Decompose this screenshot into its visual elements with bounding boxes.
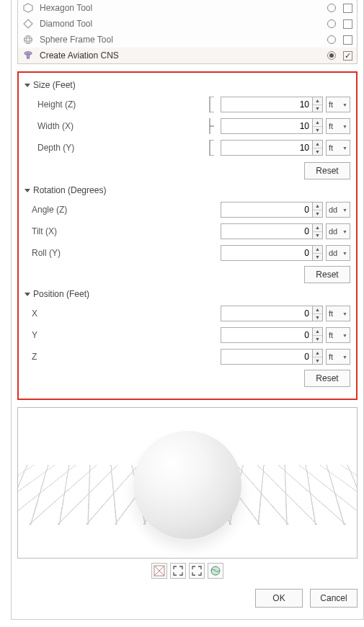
spin-down-icon[interactable]: ▼ xyxy=(313,127,322,134)
tool-row-diamond[interactable]: Diamond Tool xyxy=(18,16,357,32)
field-row-width: Width (X) ▲▼ ft▼ xyxy=(30,116,350,136)
unit-select[interactable]: ft▼ xyxy=(326,118,350,134)
roll-input[interactable] xyxy=(221,245,313,261)
tool-list: Hexagon Tool Diamond Tool Sphere Frame T… xyxy=(17,0,358,64)
hexagon-icon xyxy=(22,2,34,14)
tool-row-hexagon[interactable]: Hexagon Tool xyxy=(18,0,357,16)
tool-row-sphere-frame[interactable]: Sphere Frame Tool xyxy=(18,32,357,48)
field-label: Y xyxy=(25,330,104,340)
spin-up-icon[interactable]: ▲ xyxy=(313,141,322,148)
chevron-down-icon: ▼ xyxy=(342,208,347,213)
spin-up-icon[interactable]: ▲ xyxy=(313,119,322,127)
spin-up-icon[interactable]: ▲ xyxy=(313,224,322,232)
spinner[interactable]: ▲▼ xyxy=(313,97,323,112)
properties-panel: Hexagon Tool Diamond Tool Sphere Frame T… xyxy=(11,0,364,620)
z-input[interactable] xyxy=(221,349,313,365)
dialog-buttons: OK Cancel xyxy=(17,589,358,608)
texture-toggle-button[interactable] xyxy=(151,563,167,579)
sphere-frame-icon xyxy=(22,34,34,45)
preview-toolbar xyxy=(17,563,358,579)
chevron-down-icon: ▼ xyxy=(342,102,347,107)
tool-radio[interactable] xyxy=(327,4,336,12)
ok-button[interactable]: OK xyxy=(255,589,303,608)
spin-down-icon[interactable]: ▼ xyxy=(313,105,322,112)
field-label: Width (X) xyxy=(30,121,110,131)
spinner[interactable]: ▲▼ xyxy=(313,118,323,134)
field-label: Tilt (X) xyxy=(25,226,104,236)
chevron-down-icon xyxy=(25,293,30,296)
zoom-extent-button[interactable] xyxy=(189,563,205,579)
width-input[interactable] xyxy=(221,118,313,134)
spinner[interactable]: ▲▼ xyxy=(313,223,323,239)
chevron-down-icon: ▼ xyxy=(342,251,347,256)
reset-position-button[interactable]: Reset xyxy=(304,370,350,387)
section-header-size[interactable]: Size (Feet) xyxy=(25,80,350,90)
tool-radio[interactable] xyxy=(327,51,336,60)
tool-checkbox[interactable] xyxy=(343,19,352,29)
field-row-roll: Roll (Y) ▲▼ dd▼ xyxy=(25,243,350,263)
unit-select[interactable]: dd▼ xyxy=(326,223,350,239)
reset-rotation-button[interactable]: Reset xyxy=(304,266,350,283)
spin-down-icon[interactable]: ▼ xyxy=(313,314,322,321)
spin-up-icon[interactable]: ▲ xyxy=(313,97,322,105)
unit-select[interactable]: dd▼ xyxy=(326,202,350,218)
section-title: Size (Feet) xyxy=(33,80,76,90)
field-label: Angle (Z) xyxy=(25,205,104,215)
tool-radio[interactable] xyxy=(327,19,336,28)
globe-button[interactable] xyxy=(208,563,223,579)
section-header-position[interactable]: Position (Feet) xyxy=(25,289,350,299)
y-input[interactable] xyxy=(221,327,313,343)
field-label: X xyxy=(25,308,104,319)
unit-select[interactable]: ft▼ xyxy=(326,349,350,365)
spin-down-icon[interactable]: ▼ xyxy=(313,148,322,156)
chevron-down-icon: ▼ xyxy=(342,333,347,338)
spin-down-icon[interactable]: ▼ xyxy=(313,210,322,218)
unit-select[interactable]: ft▼ xyxy=(326,327,350,343)
tool-label: Create Aviation CNS xyxy=(40,50,327,61)
spin-up-icon[interactable]: ▲ xyxy=(313,306,322,314)
spin-down-icon[interactable]: ▼ xyxy=(313,232,322,239)
unit-select[interactable]: ft▼ xyxy=(326,140,350,156)
field-row-z: Z ▲▼ ft▼ xyxy=(25,347,350,367)
depth-input[interactable] xyxy=(221,140,313,156)
reset-size-button[interactable]: Reset xyxy=(304,162,350,179)
spin-down-icon[interactable]: ▼ xyxy=(313,357,322,365)
tool-radio[interactable] xyxy=(327,35,336,44)
section-header-rotation[interactable]: Rotation (Degrees) xyxy=(25,185,350,195)
unit-select[interactable]: dd▼ xyxy=(326,245,350,261)
unit-select[interactable]: ft▼ xyxy=(326,306,350,321)
spinner[interactable]: ▲▼ xyxy=(313,306,323,321)
preview-sphere xyxy=(133,431,241,539)
spin-up-icon[interactable]: ▲ xyxy=(313,246,322,254)
unit-select[interactable]: ft▼ xyxy=(326,97,350,112)
field-label: Depth (Y) xyxy=(30,143,110,153)
preview-viewport[interactable] xyxy=(17,407,358,559)
height-input[interactable] xyxy=(221,97,313,112)
spin-down-icon[interactable]: ▼ xyxy=(313,254,322,261)
angle-input[interactable] xyxy=(221,202,313,218)
spinner[interactable]: ▲▼ xyxy=(313,245,323,261)
tool-checkbox[interactable]: ✓ xyxy=(343,51,352,61)
zoom-fit-button[interactable] xyxy=(170,563,186,579)
spinner[interactable]: ▲▼ xyxy=(313,327,323,343)
x-input[interactable] xyxy=(221,306,313,321)
chevron-down-icon: ▼ xyxy=(342,355,347,360)
tool-row-aviation-cns[interactable]: Create Aviation CNS ✓ xyxy=(18,48,357,63)
field-row-x: X ▲▼ ft▼ xyxy=(25,303,350,324)
aviation-cns-icon xyxy=(22,50,34,61)
spinner[interactable]: ▲▼ xyxy=(313,140,323,156)
spinner[interactable]: ▲▼ xyxy=(313,349,323,365)
spin-down-icon[interactable]: ▼ xyxy=(313,336,322,343)
tool-label: Hexagon Tool xyxy=(40,3,327,13)
cancel-button[interactable]: Cancel xyxy=(310,589,358,608)
spin-up-icon[interactable]: ▲ xyxy=(313,350,322,357)
spin-up-icon[interactable]: ▲ xyxy=(313,328,322,336)
spin-up-icon[interactable]: ▲ xyxy=(313,203,322,210)
tool-checkbox[interactable] xyxy=(343,4,352,13)
tilt-input[interactable] xyxy=(221,223,313,239)
spinner[interactable]: ▲▼ xyxy=(313,202,323,218)
svg-rect-6 xyxy=(27,54,30,58)
field-row-depth: Depth (Y) ▲▼ ft▼ xyxy=(30,138,350,158)
tool-label: Diamond Tool xyxy=(40,19,327,29)
tool-checkbox[interactable] xyxy=(343,35,352,45)
